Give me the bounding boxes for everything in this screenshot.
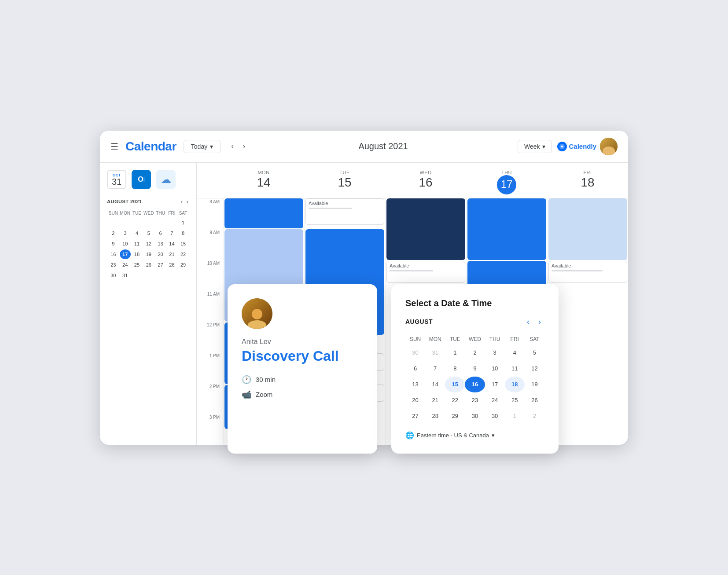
event-fri-available[interactable]: Available [548,261,627,283]
mini-date[interactable]: 10 [120,239,131,249]
dt-date-today[interactable]: 15 [445,377,465,392]
event-mon-1[interactable] [224,198,303,228]
mini-date[interactable]: 7 [167,228,177,238]
mini-date[interactable] [155,218,165,227]
dt-date[interactable]: 23 [465,392,485,408]
dt-date[interactable]: 1 [505,408,525,424]
dt-date[interactable]: 29 [445,408,465,424]
timezone-row[interactable]: 🌐 Eastern time - US & Canada ▾ [405,431,544,439]
dt-date[interactable]: 25 [505,392,525,408]
mini-prev-btn[interactable]: ‹ [180,198,184,205]
mini-date-today[interactable]: 17 [120,249,131,259]
dt-date[interactable]: 9 [465,361,485,377]
dt-date[interactable]: 7 [425,361,445,377]
week-button[interactable]: Week ▾ [518,140,552,153]
mini-date[interactable]: 3 [120,228,131,238]
mini-date[interactable]: 19 [143,249,154,259]
mini-date[interactable]: 18 [132,249,142,259]
mini-date[interactable]: 23 [108,260,119,270]
mini-date[interactable] [167,218,177,227]
mini-date[interactable] [108,218,119,227]
mini-date[interactable]: 14 [167,239,177,249]
mini-date[interactable] [155,271,165,280]
mini-date[interactable]: 4 [132,228,142,238]
dt-date[interactable]: 1 [445,345,465,361]
dt-date[interactable]: 24 [485,392,505,408]
mini-date[interactable]: 9 [108,239,119,249]
dt-date[interactable]: 26 [525,392,544,408]
mini-date[interactable]: 30 [108,271,119,280]
dt-date[interactable]: 31 [425,345,445,361]
dt-date[interactable]: 30 [465,408,485,424]
dt-date[interactable]: 6 [405,361,425,377]
event-wed-1[interactable] [386,198,465,260]
hamburger-icon[interactable]: ☰ [110,141,118,152]
mini-date[interactable]: 28 [167,260,177,270]
user-avatar[interactable] [600,138,618,155]
dt-date[interactable]: 11 [505,361,525,377]
mini-date[interactable]: 12 [143,239,154,249]
mini-date[interactable] [120,218,131,227]
dt-date[interactable]: 4 [505,345,525,361]
mini-date[interactable] [132,218,142,227]
mini-date[interactable]: 24 [120,260,131,270]
mini-date[interactable] [132,271,142,280]
dt-date[interactable]: 5 [525,345,544,361]
mini-date[interactable]: 27 [155,260,165,270]
dt-date[interactable]: 3 [485,345,505,361]
dt-date[interactable]: 13 [405,377,425,392]
dt-date[interactable]: 21 [425,392,445,408]
mini-date[interactable]: 16 [108,249,119,259]
prev-arrow[interactable]: ‹ [228,140,237,153]
mini-date[interactable]: 31 [120,271,131,280]
event-tue-available-1[interactable]: Available [305,198,384,225]
dt-date[interactable]: 8 [445,361,465,377]
mini-date[interactable]: 13 [155,239,165,249]
mini-date[interactable]: 29 [178,260,188,270]
dt-date[interactable]: 20 [405,392,425,408]
next-arrow[interactable]: › [239,140,249,153]
mini-date[interactable]: 15 [178,239,188,249]
mini-next-btn[interactable]: › [185,198,189,205]
today-button[interactable]: Today ▾ [184,140,221,153]
dt-date[interactable]: 12 [525,361,544,377]
dt-date[interactable]: 2 [465,345,485,361]
mini-date[interactable] [143,218,154,227]
event-fri-1[interactable] [548,198,627,260]
mini-date[interactable]: 5 [143,228,154,238]
mini-date[interactable]: 6 [155,228,165,238]
mini-date[interactable]: 2 [108,228,119,238]
icloud-icon[interactable]: ☁ [156,170,176,189]
dt-next-btn[interactable]: › [535,315,544,328]
mini-date[interactable]: 26 [143,260,154,270]
mini-date[interactable] [167,271,177,280]
mini-date[interactable]: 21 [167,249,177,259]
mini-date[interactable] [143,271,154,280]
event-wed-available[interactable]: Available [386,261,465,283]
dt-date-highlighted[interactable]: 18 [505,377,525,392]
mini-date[interactable]: 25 [132,260,142,270]
mini-date[interactable]: 1 [178,218,188,227]
mini-date[interactable]: 22 [178,249,188,259]
dt-date[interactable]: 19 [525,377,544,392]
dt-date[interactable]: 14 [425,377,445,392]
dt-date[interactable]: 27 [405,408,425,424]
event-thu-1[interactable] [467,198,546,260]
dt-prev-btn[interactable]: ‹ [523,315,533,328]
dt-date[interactable]: 10 [485,361,505,377]
day-num-17: 17 [497,175,516,194]
dt-date[interactable]: 17 [485,377,505,392]
dt-date[interactable]: 28 [425,408,445,424]
dt-date[interactable]: 30 [405,345,425,361]
dt-date-selected[interactable]: 16 [465,377,485,392]
dt-date[interactable]: 30 [485,408,505,424]
gcal-icon[interactable]: OCT 31 [107,170,126,189]
mini-date[interactable]: 8 [178,228,188,238]
mini-date[interactable]: 11 [132,239,142,249]
mini-date[interactable] [178,271,188,280]
day-num-16: 16 [385,175,466,190]
mini-date[interactable]: 20 [155,249,165,259]
dt-date[interactable]: 22 [445,392,465,408]
outlook-icon[interactable]: O l [132,170,151,189]
dt-date[interactable]: 2 [525,408,544,424]
